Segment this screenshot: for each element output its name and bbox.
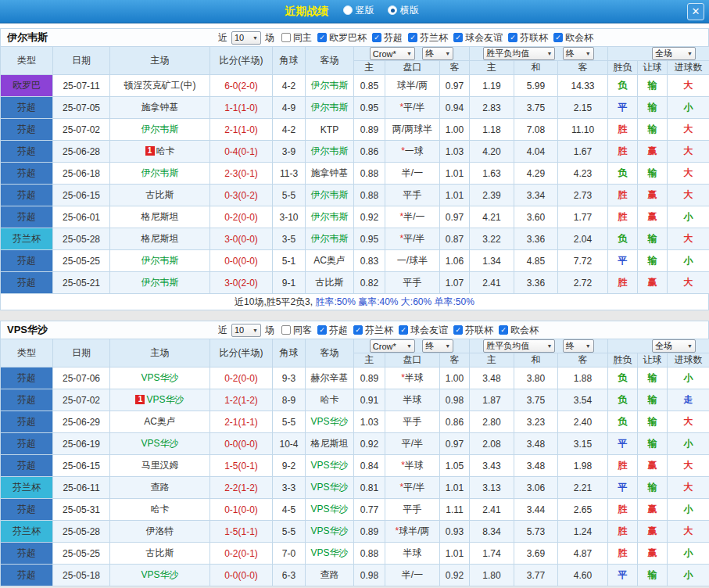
league-checkbox-3-label: 球会友谊 — [465, 31, 503, 45]
radio-unchecked-icon[interactable] — [343, 5, 353, 15]
checkbox-icon[interactable]: ✓ — [408, 33, 417, 42]
result-wdl: 负 — [608, 163, 638, 185]
match-date: 25-06-19 — [53, 433, 110, 455]
league-checkbox-0[interactable]: ✓芬超 — [317, 324, 348, 337]
away-team: 施拿钟基 — [306, 163, 354, 185]
odds-average-select[interactable]: 胜平负均值▼ — [483, 47, 555, 60]
same-venue-checkbox[interactable]: 同主 — [281, 31, 312, 45]
away-team: 伊尔韦斯 — [306, 185, 354, 206]
subcol-asian-away: 客 — [440, 61, 470, 75]
away-team-name: 赫尔辛基 — [311, 372, 349, 383]
match-date: 25-06-28 — [53, 141, 110, 163]
home-team-name: 伊尔韦斯 — [141, 167, 179, 178]
col-away: 客场 — [306, 339, 354, 368]
asian-home-odds: 0.89 — [354, 119, 385, 141]
checkbox-icon[interactable]: ✓ — [317, 33, 327, 42]
asian-handicap: 平手 — [385, 411, 440, 433]
score: 0-0(0-0) — [210, 250, 273, 272]
col-date: 日期 — [53, 339, 110, 368]
asian-home-odds: 1.03 — [354, 411, 385, 433]
asian-home-odds: 0.89 — [354, 521, 385, 543]
league-checkbox-1[interactable]: ✓芬兰杯 — [353, 324, 393, 337]
away-team: 哈卡 — [306, 389, 354, 411]
home-team-name: 伊尔韦斯 — [141, 255, 179, 266]
corner-score: 4-9 — [273, 97, 306, 119]
asian-away-odds: 1.06 — [440, 250, 470, 272]
handicap-result: 输 — [638, 119, 668, 141]
goals-over-under: 小 — [668, 368, 709, 389]
same-venue-checkbox[interactable]: 同客 — [281, 324, 312, 337]
checkbox-icon[interactable]: ✓ — [453, 33, 463, 42]
euro-win-odds: 3.48 — [470, 368, 514, 389]
asian-home-odds: 0.98 — [354, 565, 385, 586]
euro-draw-odds: 7.08 — [514, 119, 558, 141]
home-team: 1哈卡 — [110, 141, 210, 163]
scope-select[interactable]: 全场▼ — [652, 339, 696, 353]
match-count-select[interactable]: 10▼ — [231, 31, 261, 45]
away-team-name: 格尼斯坦 — [311, 438, 349, 449]
home-team-name: 古比斯 — [146, 189, 174, 200]
euro-win-odds: 1.63 — [470, 163, 514, 185]
euro-draw-odds: 3.69 — [514, 543, 558, 565]
checkbox-icon[interactable]: ✓ — [453, 325, 463, 335]
subcol-asian-home: 主 — [354, 353, 385, 368]
final-select-2[interactable]: 终▼ — [563, 47, 594, 60]
goals-over-under: 小 — [668, 499, 709, 521]
subcol-euro-home: 主 — [470, 353, 514, 368]
euro-draw-odds: 3.36 — [514, 272, 558, 294]
league-checkbox-4[interactable]: ✓芬联杯 — [508, 31, 548, 45]
league-checkbox-2[interactable]: ✓球会友谊 — [399, 324, 448, 337]
chevron-down-icon: ▼ — [252, 35, 260, 41]
games-label: 场 — [265, 31, 274, 45]
checkbox-icon[interactable] — [281, 325, 291, 335]
league-checkbox-0[interactable]: ✓欧罗巴杯 — [317, 31, 367, 45]
league-type-badge: 芬超 — [1, 141, 53, 163]
checkbox-icon[interactable]: ✓ — [399, 325, 408, 335]
league-checkbox-5[interactable]: ✓欧会杯 — [553, 31, 593, 45]
checkbox-icon[interactable]: ✓ — [353, 325, 363, 335]
euro-draw-odds: 3.34 — [514, 185, 558, 206]
handicap-result: 赢 — [638, 272, 668, 294]
checkbox-icon[interactable]: ✓ — [553, 33, 563, 42]
result-wdl: 平 — [608, 433, 638, 455]
checkbox-icon[interactable]: ✓ — [372, 33, 381, 42]
handicap-result: 赢 — [638, 141, 668, 163]
home-team: 查路 — [110, 477, 210, 499]
home-team: 伊尔韦斯 — [110, 119, 210, 141]
final-select-1[interactable]: 终▼ — [422, 47, 453, 60]
scope-select[interactable]: 全场▼ — [652, 47, 696, 60]
league-checkbox-4[interactable]: ✓欧会杯 — [499, 324, 539, 337]
home-team-name: VPS华沙 — [141, 438, 178, 449]
checkbox-icon[interactable]: ✓ — [317, 325, 327, 335]
away-team: VPS华沙 — [306, 477, 354, 499]
match-row: 芬超25-05-18VPS华沙0-0(0-0)6-3查路0.98半/一0.921… — [1, 565, 709, 586]
home-team: 古比斯 — [110, 543, 210, 565]
league-checkbox-1[interactable]: ✓芬超 — [372, 31, 403, 45]
league-checkbox-2[interactable]: ✓芬兰杯 — [408, 31, 448, 45]
league-checkbox-3[interactable]: ✓芬联杯 — [453, 324, 493, 337]
match-count-select[interactable]: 10▼ — [231, 324, 261, 337]
radio-checked-icon[interactable] — [388, 5, 397, 15]
layout-option-horizontal[interactable]: 横版 — [388, 4, 419, 17]
euro-draw-odds: 4.29 — [514, 163, 558, 185]
final-select-2[interactable]: 终▼ — [563, 339, 594, 353]
euro-win-odds: 1.18 — [470, 119, 514, 141]
home-team-name: 伊尔韦斯 — [141, 124, 179, 134]
league-checkbox-3[interactable]: ✓球会友谊 — [453, 31, 503, 45]
checkbox-icon[interactable]: ✓ — [508, 33, 517, 42]
asian-home-odds: 0.77 — [354, 499, 385, 521]
layout-option-vertical[interactable]: 竖版 — [343, 4, 374, 17]
away-team: KTP — [306, 119, 354, 141]
checkbox-icon[interactable] — [281, 33, 291, 42]
league-checkbox-5-label: 欧会杯 — [565, 31, 593, 45]
final-select-1[interactable]: 终▼ — [422, 339, 453, 353]
away-team: AC奥卢 — [306, 250, 354, 272]
bookmaker-select[interactable]: Crow*▼ — [370, 339, 415, 353]
close-button[interactable]: ✕ — [687, 3, 704, 20]
asian-handicap: 两/两球半 — [385, 119, 440, 141]
odds-average-select[interactable]: 胜平负均值▼ — [483, 339, 555, 353]
bookmaker-select[interactable]: Crow*▼ — [370, 47, 415, 60]
league-type-badge: 芬超 — [1, 272, 53, 294]
score: 0-1(0-0) — [210, 499, 273, 521]
checkbox-icon[interactable]: ✓ — [499, 325, 508, 335]
